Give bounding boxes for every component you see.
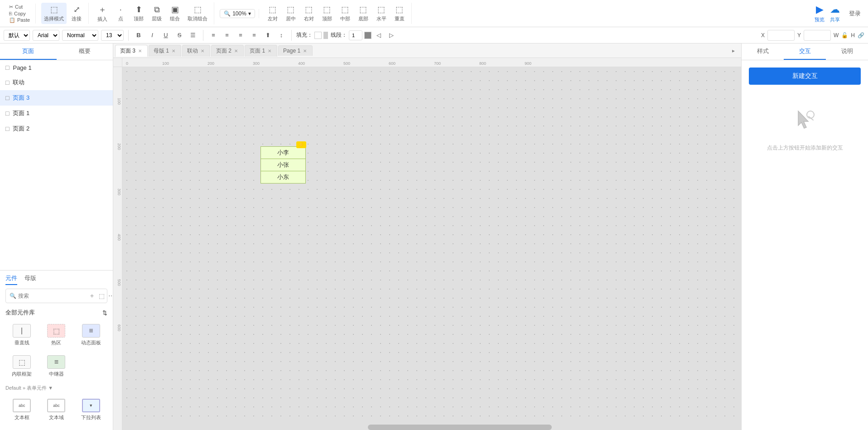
line-input[interactable] (349, 30, 362, 40)
paste-action[interactable]: 📋 Paste (7, 17, 32, 24)
widget-row-2[interactable]: 小东 (261, 171, 305, 183)
copy-action[interactable]: ⎘ Copy (7, 10, 32, 17)
overview-tab[interactable]: 概要 (57, 43, 113, 60)
align-left-button[interactable]: ⬚ 左对 (265, 3, 281, 24)
dot-button[interactable]: · 点 (112, 3, 129, 24)
comp-textarea[interactable]: abc 文本域 (40, 395, 72, 425)
x-input[interactable] (767, 30, 795, 41)
canvas-wrapper[interactable]: 0 100 200 300 400 500 600 700 800 900 10… (113, 58, 741, 430)
share-button[interactable]: ☁ 共享 (830, 4, 840, 23)
align-center-button[interactable]: ⬚ 居中 (283, 3, 299, 24)
y-input[interactable] (804, 30, 831, 41)
canvas-tab-page2[interactable]: 页面 2 ✕ (211, 45, 244, 57)
default-label[interactable]: Default » 表单元件 ▼ (0, 383, 113, 393)
fill-color-box[interactable] (314, 32, 322, 39)
distribute-v-button[interactable]: ⬚ 重直 (391, 3, 408, 24)
expand-icon: ⇅ (102, 309, 107, 316)
page-item-page1cn[interactable]: □ 页面 1 (0, 106, 113, 121)
search-input[interactable] (18, 293, 86, 299)
distribute-h-button[interactable]: ⬚ 水平 (373, 3, 390, 24)
preview-button[interactable]: ▶ 预览 (815, 4, 825, 23)
cut-action[interactable]: ✂ Cut (7, 4, 32, 10)
description-tab[interactable]: 说明 (826, 43, 868, 60)
close-tab-page2[interactable]: ✕ (233, 48, 239, 53)
comp-dropdown[interactable]: ▼ 下拉列表 (75, 395, 107, 425)
masters-tab[interactable]: 母版 (24, 274, 36, 285)
page-item-page2cn[interactable]: □ 页面 2 (0, 121, 113, 136)
canvas-tab-page1en[interactable]: Page 1 ✕ (278, 45, 313, 56)
right-content: 新建交互 点击上方按钮开始添加新的交互 (742, 60, 868, 430)
bold-button[interactable]: B (133, 30, 144, 41)
align-right-button[interactable]: ⬚ 右对 (301, 3, 317, 24)
connect-button[interactable]: ⤢ 连接 (68, 3, 85, 24)
close-tab-page3[interactable]: ✕ (137, 48, 143, 53)
hint-text: 点击上方按钮开始添加新的交互 (767, 144, 843, 152)
comp-dynamic-panel[interactable]: ≡ 动态面板 (75, 320, 107, 350)
align-middle-button[interactable]: ⬚ 中部 (337, 3, 353, 24)
fill-color-box2[interactable] (323, 32, 328, 39)
top-button[interactable]: ⬆ 顶部 (130, 3, 147, 24)
style-select[interactable]: 默认 (4, 30, 30, 41)
w-label: W (834, 32, 839, 39)
canvas-tab-master1[interactable]: 母版 1 ✕ (149, 45, 181, 57)
line-style-left[interactable]: ◁ (373, 30, 384, 41)
select-mode-button[interactable]: ⬚ 选择模式 (41, 3, 67, 24)
canvas-content[interactable]: ⚡ 小李 小张 小东 (122, 67, 741, 430)
font-normal-select[interactable]: Normal (62, 30, 98, 41)
close-tab-page1en[interactable]: ✕ (302, 48, 308, 53)
components-tab[interactable]: 元件 (5, 274, 17, 285)
comp-hotspot[interactable]: ⬚ 热区 (40, 320, 72, 350)
login-button[interactable]: 登录 (845, 8, 864, 19)
horizontal-scrollbar[interactable] (122, 425, 736, 430)
comp-repeater[interactable]: ≡ 中继器 (40, 352, 72, 381)
line-color-box[interactable] (364, 32, 371, 39)
comp-textbox[interactable]: abc 文本框 (5, 395, 38, 425)
style-tab[interactable]: 样式 (742, 43, 784, 60)
interaction-tab[interactable]: 交互 (784, 43, 826, 60)
scrollbar-thumb[interactable] (368, 425, 552, 430)
insert-button[interactable]: ＋ 插入 (94, 2, 111, 24)
align-justify-text[interactable]: ≡ (249, 30, 260, 41)
pages-tab[interactable]: 页面 (0, 43, 57, 60)
new-interaction-button[interactable]: 新建交互 (749, 68, 861, 85)
italic-button[interactable]: I (147, 30, 158, 41)
ruler-v-ticks: 100 200 300 400 500 600 (113, 67, 122, 430)
line-style-right[interactable]: ▷ (386, 30, 397, 41)
close-tab-page1[interactable]: ✕ (267, 48, 272, 53)
list-button[interactable]: ☰ (188, 30, 198, 41)
component-list-button[interactable]: ⬚ (98, 291, 106, 301)
widget-row-1[interactable]: 小张 (261, 159, 305, 171)
add-component-button[interactable]: ＋ (88, 291, 96, 301)
page-item-page1[interactable]: □ Page 1 (0, 60, 113, 75)
align-bottom-button[interactable]: ⬚ 底部 (355, 3, 371, 24)
font-size-select[interactable]: 13 (101, 30, 124, 41)
canvas-scroll-right[interactable]: ▸ (732, 48, 739, 54)
layer-button[interactable]: ⧉ 层级 (149, 3, 165, 24)
strikethrough-button[interactable]: S (174, 30, 185, 41)
insert-section: ＋ 插入 · 点 ⬆ 顶部 ⧉ 层级 ▣ 组合 ⬚ 取消组合 (91, 2, 214, 24)
section-title[interactable]: 全部元件库 ⇅ (0, 307, 113, 319)
canvas-widget[interactable]: ⚡ 小李 小张 小东 (260, 146, 306, 184)
canvas-tab-liandong[interactable]: 联动 ✕ (182, 45, 210, 57)
align-middle-text[interactable]: ↕ (276, 30, 287, 41)
ungroup-button[interactable]: ⬚ 取消组合 (185, 3, 210, 24)
font-select[interactable]: Arial (33, 30, 59, 41)
zoom-control[interactable]: 🔍 100% ▾ (220, 9, 255, 18)
close-tab-master1[interactable]: ✕ (171, 48, 176, 53)
canvas-tab-page3[interactable]: 页面 3 ✕ (115, 45, 148, 57)
form-component-grid: abc 文本框 abc 文本域 ▼ 下拉列表 (0, 393, 113, 426)
comp-inline-frame[interactable]: ⬚ 内联框架 (5, 352, 38, 381)
group-button[interactable]: ▣ 组合 (167, 3, 183, 24)
close-tab-liandong[interactable]: ✕ (200, 48, 205, 53)
widget-row-0[interactable]: 小李 (261, 147, 305, 159)
page-item-page3[interactable]: □ 页面 3 (0, 90, 113, 106)
canvas-tab-page1[interactable]: 页面 1 ✕ (245, 45, 277, 57)
align-right-text[interactable]: ≡ (235, 30, 246, 41)
align-top-text[interactable]: ⬆ (262, 30, 273, 41)
underline-button[interactable]: U (160, 30, 171, 41)
align-left-text[interactable]: ≡ (208, 30, 219, 41)
page-item-liandong[interactable]: □ 联动 (0, 75, 113, 90)
align-top-button[interactable]: ⬚ 顶部 (319, 3, 335, 24)
comp-vertical-line[interactable]: | 垂直线 (5, 320, 38, 350)
align-center-text[interactable]: ≡ (222, 30, 232, 41)
